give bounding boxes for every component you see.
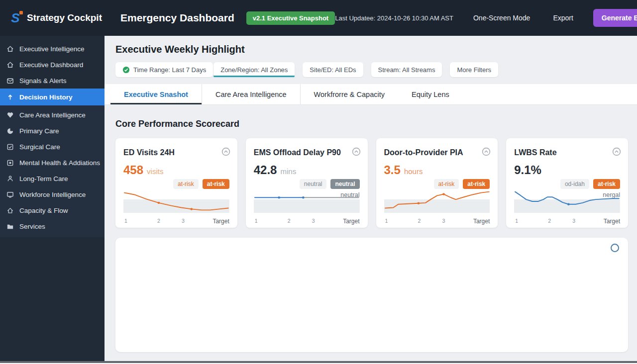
sparkline-x-labels: 1 2 3 Target	[254, 218, 360, 225]
heart-icon	[6, 111, 14, 119]
clipboard-icon	[6, 143, 14, 151]
filter-chip-site-ed[interactable]: Site/ED: All EDs	[303, 62, 363, 77]
sidebar-care-group: Care Area Intelligence Primary Care Surg…	[0, 105, 105, 237]
check-circle-icon	[122, 66, 130, 74]
sidebar-item-workforce-intelligence[interactable]: Workforce Intelligence	[0, 186, 105, 202]
kpi-value: 42.8	[254, 163, 277, 177]
kpi-value: 9.1%	[514, 163, 541, 177]
kpi-unit: mins	[280, 167, 296, 176]
sidebar-item-executive-intelligence[interactable]: Executive Intelligence	[0, 41, 105, 57]
kpi-card-ems-offload: EMS Offload Delay P90 42.8mins neutral n…	[246, 138, 368, 228]
kpi-title: EMS Offload Delay P90	[254, 148, 360, 157]
monitor-icon	[6, 191, 14, 198]
person-icon	[6, 175, 14, 182]
trend-circle-icon[interactable]	[482, 147, 491, 156]
bottom-divider	[0, 361, 637, 364]
sparkline-chart	[254, 187, 360, 215]
sidebar: Executive Intelligence Executive Dashboa…	[0, 36, 105, 361]
sparkline-x-labels: 1 2 3 Target	[384, 218, 490, 225]
page-title: Emergency Dashboard	[120, 12, 234, 24]
sidebar-item-long-term-care[interactable]: Long-Term Care	[0, 171, 105, 186]
filter-bar: Time Range: Last 7 Days Zone/Region: All…	[115, 62, 637, 77]
home-icon	[6, 45, 14, 53]
trend-circle-icon[interactable]	[612, 147, 621, 156]
tab-equity-lens[interactable]: Equity Lens	[398, 84, 463, 104]
square-icon	[6, 159, 14, 167]
kpi-value: 458	[123, 163, 143, 177]
sidebar-item-services[interactable]: Services	[0, 218, 105, 234]
filter-chip-time-range[interactable]: Time Range: Last 7 Days	[115, 62, 213, 77]
sidebar-item-capacity-flow[interactable]: Capacity & Flow	[0, 202, 105, 218]
kpi-card-ed-visits: ED Visits 24H 458visits at-risk at-risk …	[115, 138, 237, 228]
section-title: Executive Weekly Highlight	[115, 44, 637, 55]
app-header: S Strategy Cockpit Emergency Dashboard v…	[0, 0, 637, 36]
kpi-card-lwbs-rate: LWBS Rate 9.1% od-idah at-risk nergal 1 …	[506, 138, 628, 228]
version-badge: v2.1 Executive Snapshot	[246, 11, 335, 25]
home-icon	[6, 61, 14, 69]
main-content: Executive Weekly Highlight Time Range: L…	[105, 36, 637, 361]
sidebar-item-mental-health[interactable]: Mental Health & Addiations	[0, 155, 105, 171]
brand-logo-icon: S	[9, 10, 22, 25]
brand: S Strategy Cockpit	[9, 10, 112, 25]
sidebar-item-signals-alerts[interactable]: Signals & Alerts	[0, 73, 105, 89]
kpi-title: Door-to-Provider PIA	[384, 148, 490, 157]
trend-circle-icon[interactable]	[221, 147, 230, 156]
sidebar-item-surgical-care[interactable]: Surgical Care	[0, 139, 105, 155]
arrow-up-icon	[6, 93, 14, 101]
pie-icon	[6, 127, 14, 135]
sparkline-chart	[123, 187, 229, 215]
kpi-unit: visits	[147, 167, 163, 176]
kpi-card-grid: ED Visits 24H 458visits at-risk at-risk …	[115, 138, 628, 228]
kpi-unit: hours	[404, 167, 423, 176]
header-actions: Last Updatee: 2024-10-26 10:30 AM AST On…	[335, 9, 637, 27]
sidebar-item-primary-care[interactable]: Primary Care	[0, 123, 105, 139]
brand-name: Strategy Cockpit	[27, 12, 102, 23]
generate-briefing-button[interactable]: Generate Briefing	[593, 9, 637, 27]
filter-chip-more-filters[interactable]: More Filters	[450, 62, 498, 77]
export-button[interactable]: Export	[550, 13, 576, 22]
tab-care-area-intelligence[interactable]: Care Area Intelligence	[202, 84, 301, 104]
loading-ring-icon	[611, 244, 619, 252]
tab-executive-snapshot[interactable]: Executive Snashot	[110, 84, 202, 104]
house-outline-icon	[6, 207, 14, 214]
kpi-title: LWBS Rate	[514, 148, 620, 157]
sparkline-x-labels: 1 2 3 Target	[123, 218, 229, 225]
sidebar-item-executive-dashboard[interactable]: Executive Dashboard	[0, 57, 105, 73]
tab-workforce-capacity[interactable]: Workfrorre & Capacity	[301, 84, 398, 104]
filter-chip-zone-region[interactable]: Zone/Region: All Zones	[213, 62, 295, 77]
inbox-icon	[6, 77, 14, 85]
sidebar-item-care-area-intelligence[interactable]: Care Area Intelligence	[0, 107, 105, 123]
sidebar-item-decision-history[interactable]: Decision History	[0, 89, 105, 105]
one-screen-mode-button[interactable]: One-Screen Mode	[470, 13, 533, 22]
folder-icon	[6, 223, 14, 230]
tab-bar: Executive Snashot Care Area Intelligence…	[105, 84, 637, 105]
trend-circle-icon[interactable]	[352, 147, 361, 156]
filter-chip-stream[interactable]: Stream: All Streams	[371, 62, 442, 77]
sparkline-chart	[514, 187, 620, 215]
detail-panel-empty	[115, 238, 628, 352]
kpi-title: ED Visits 24H	[123, 148, 229, 157]
kpi-value: 3.5	[384, 163, 401, 177]
last-updated-text: Last Updatee: 2024-10-26 10:30 AM AST	[335, 14, 453, 22]
kpi-card-door-to-provider: Door-to-Provider PIA 3.5hours at-risk at…	[376, 138, 498, 228]
sparkline-x-labels: 1 2 3 Target	[514, 218, 620, 225]
sparkline-chart	[384, 187, 490, 215]
scorecard-title: Core Performance Scorecard	[115, 119, 637, 129]
